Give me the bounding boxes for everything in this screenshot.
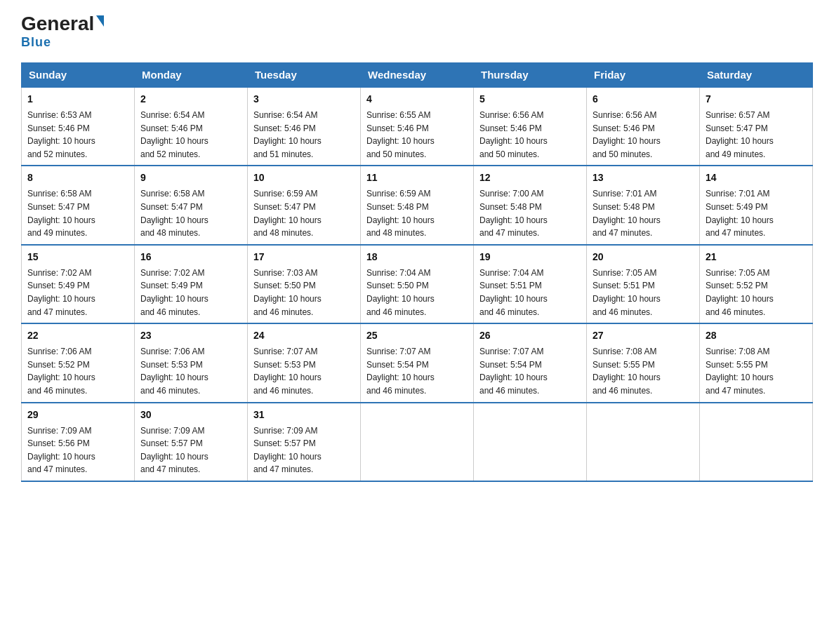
calendar-day-cell: 1Sunrise: 6:53 AMSunset: 5:46 PMDaylight…: [22, 87, 135, 166]
calendar-day-cell: 16Sunrise: 7:02 AMSunset: 5:49 PMDayligh…: [135, 245, 248, 323]
day-number: 6: [593, 92, 694, 107]
calendar-day-cell: 29Sunrise: 7:09 AMSunset: 5:56 PMDayligh…: [22, 403, 135, 481]
day-number: 7: [706, 92, 807, 107]
day-info: Sunrise: 7:06 AMSunset: 5:52 PMDaylight:…: [27, 345, 128, 397]
day-info: Sunrise: 7:08 AMSunset: 5:55 PMDaylight:…: [593, 345, 694, 397]
calendar-header-row: SundayMondayTuesdayWednesdayThursdayFrid…: [22, 63, 813, 88]
day-info: Sunrise: 7:08 AMSunset: 5:55 PMDaylight:…: [706, 345, 807, 397]
day-number: 8: [27, 170, 128, 185]
column-header-wednesday: Wednesday: [361, 63, 474, 88]
calendar-day-cell: 11Sunrise: 6:59 AMSunset: 5:48 PMDayligh…: [361, 166, 474, 244]
calendar-empty-cell: [361, 403, 474, 481]
calendar-day-cell: 7Sunrise: 6:57 AMSunset: 5:47 PMDaylight…: [700, 87, 813, 166]
day-number: 21: [706, 250, 807, 264]
calendar-day-cell: 14Sunrise: 7:01 AMSunset: 5:49 PMDayligh…: [700, 166, 813, 244]
calendar-day-cell: 6Sunrise: 6:56 AMSunset: 5:46 PMDaylight…: [587, 87, 700, 166]
day-number: 10: [253, 170, 355, 185]
day-info: Sunrise: 7:04 AMSunset: 5:51 PMDaylight:…: [479, 267, 581, 318]
calendar-day-cell: 4Sunrise: 6:55 AMSunset: 5:46 PMDaylight…: [361, 87, 474, 166]
calendar-day-cell: 30Sunrise: 7:09 AMSunset: 5:57 PMDayligh…: [135, 403, 248, 481]
day-info: Sunrise: 7:05 AMSunset: 5:51 PMDaylight:…: [593, 267, 694, 318]
day-info: Sunrise: 6:58 AMSunset: 5:47 PMDaylight:…: [27, 187, 128, 239]
calendar-empty-cell: [474, 403, 587, 481]
day-number: 23: [140, 328, 241, 343]
calendar-day-cell: 20Sunrise: 7:05 AMSunset: 5:51 PMDayligh…: [587, 245, 700, 323]
calendar-empty-cell: [587, 403, 700, 481]
day-number: 18: [366, 250, 468, 264]
day-info: Sunrise: 6:57 AMSunset: 5:47 PMDaylight:…: [706, 109, 807, 161]
column-header-tuesday: Tuesday: [248, 63, 361, 88]
day-info: Sunrise: 7:07 AMSunset: 5:54 PMDaylight:…: [366, 345, 468, 397]
day-number: 25: [366, 328, 468, 343]
day-info: Sunrise: 6:56 AMSunset: 5:46 PMDaylight:…: [479, 109, 581, 161]
day-number: 17: [253, 250, 355, 264]
day-info: Sunrise: 6:55 AMSunset: 5:46 PMDaylight:…: [366, 109, 468, 161]
calendar-table: SundayMondayTuesdayWednesdayThursdayFrid…: [21, 62, 813, 482]
day-info: Sunrise: 7:07 AMSunset: 5:54 PMDaylight:…: [479, 345, 581, 397]
calendar-week-row: 8Sunrise: 6:58 AMSunset: 5:47 PMDaylight…: [22, 166, 813, 244]
calendar-day-cell: 21Sunrise: 7:05 AMSunset: 5:52 PMDayligh…: [700, 245, 813, 323]
calendar-week-row: 15Sunrise: 7:02 AMSunset: 5:49 PMDayligh…: [22, 245, 813, 323]
day-number: 5: [479, 92, 581, 107]
calendar-day-cell: 27Sunrise: 7:08 AMSunset: 5:55 PMDayligh…: [587, 323, 700, 402]
day-info: Sunrise: 7:06 AMSunset: 5:53 PMDaylight:…: [140, 345, 241, 397]
calendar-week-row: 29Sunrise: 7:09 AMSunset: 5:56 PMDayligh…: [22, 403, 813, 481]
day-info: Sunrise: 7:00 AMSunset: 5:48 PMDaylight:…: [479, 187, 581, 239]
day-number: 28: [706, 328, 807, 343]
calendar-empty-cell: [700, 403, 813, 481]
day-info: Sunrise: 7:05 AMSunset: 5:52 PMDaylight:…: [706, 267, 807, 318]
day-number: 13: [593, 170, 694, 185]
day-info: Sunrise: 7:01 AMSunset: 5:49 PMDaylight:…: [706, 187, 807, 239]
day-number: 15: [27, 250, 128, 264]
day-info: Sunrise: 7:03 AMSunset: 5:50 PMDaylight:…: [253, 267, 355, 318]
day-info: Sunrise: 6:53 AMSunset: 5:46 PMDaylight:…: [27, 109, 128, 161]
day-number: 19: [479, 250, 581, 264]
calendar-day-cell: 31Sunrise: 7:09 AMSunset: 5:57 PMDayligh…: [248, 403, 361, 481]
column-header-saturday: Saturday: [700, 63, 813, 88]
day-number: 14: [706, 170, 807, 185]
page-header: General Blue: [21, 14, 813, 50]
day-info: Sunrise: 7:01 AMSunset: 5:48 PMDaylight:…: [593, 187, 694, 239]
day-number: 4: [366, 92, 468, 107]
calendar-day-cell: 8Sunrise: 6:58 AMSunset: 5:47 PMDaylight…: [22, 166, 135, 244]
day-number: 11: [366, 170, 468, 185]
calendar-day-cell: 28Sunrise: 7:08 AMSunset: 5:55 PMDayligh…: [700, 323, 813, 402]
day-number: 22: [27, 328, 128, 343]
day-number: 24: [253, 328, 355, 343]
day-number: 20: [593, 250, 694, 264]
day-number: 26: [479, 328, 581, 343]
logo: General Blue: [21, 14, 104, 50]
day-info: Sunrise: 7:09 AMSunset: 5:56 PMDaylight:…: [27, 424, 128, 476]
day-number: 3: [253, 92, 355, 107]
calendar-day-cell: 25Sunrise: 7:07 AMSunset: 5:54 PMDayligh…: [361, 323, 474, 402]
calendar-day-cell: 9Sunrise: 6:58 AMSunset: 5:47 PMDaylight…: [135, 166, 248, 244]
calendar-day-cell: 10Sunrise: 6:59 AMSunset: 5:47 PMDayligh…: [248, 166, 361, 244]
calendar-day-cell: 26Sunrise: 7:07 AMSunset: 5:54 PMDayligh…: [474, 323, 587, 402]
day-info: Sunrise: 6:59 AMSunset: 5:47 PMDaylight:…: [253, 187, 355, 239]
column-header-thursday: Thursday: [474, 63, 587, 88]
column-header-monday: Monday: [135, 63, 248, 88]
calendar-day-cell: 17Sunrise: 7:03 AMSunset: 5:50 PMDayligh…: [248, 245, 361, 323]
day-info: Sunrise: 7:04 AMSunset: 5:50 PMDaylight:…: [366, 267, 468, 318]
calendar-day-cell: 2Sunrise: 6:54 AMSunset: 5:46 PMDaylight…: [135, 87, 248, 166]
day-number: 16: [140, 250, 241, 264]
calendar-day-cell: 12Sunrise: 7:00 AMSunset: 5:48 PMDayligh…: [474, 166, 587, 244]
day-info: Sunrise: 6:56 AMSunset: 5:46 PMDaylight:…: [593, 109, 694, 161]
calendar-day-cell: 24Sunrise: 7:07 AMSunset: 5:53 PMDayligh…: [248, 323, 361, 402]
logo-general: General: [21, 14, 94, 34]
column-header-friday: Friday: [587, 63, 700, 88]
calendar-day-cell: 15Sunrise: 7:02 AMSunset: 5:49 PMDayligh…: [22, 245, 135, 323]
day-number: 30: [140, 408, 241, 422]
calendar-day-cell: 23Sunrise: 7:06 AMSunset: 5:53 PMDayligh…: [135, 323, 248, 402]
day-number: 9: [140, 170, 241, 185]
day-number: 27: [593, 328, 694, 343]
day-info: Sunrise: 6:54 AMSunset: 5:46 PMDaylight:…: [140, 109, 241, 161]
logo-blue: Blue: [21, 35, 51, 50]
day-number: 29: [27, 408, 128, 422]
day-info: Sunrise: 7:07 AMSunset: 5:53 PMDaylight:…: [253, 345, 355, 397]
day-info: Sunrise: 7:09 AMSunset: 5:57 PMDaylight:…: [140, 424, 241, 476]
day-number: 31: [253, 408, 355, 422]
day-info: Sunrise: 6:59 AMSunset: 5:48 PMDaylight:…: [366, 187, 468, 239]
calendar-week-row: 1Sunrise: 6:53 AMSunset: 5:46 PMDaylight…: [22, 87, 813, 166]
day-info: Sunrise: 6:54 AMSunset: 5:46 PMDaylight:…: [253, 109, 355, 161]
